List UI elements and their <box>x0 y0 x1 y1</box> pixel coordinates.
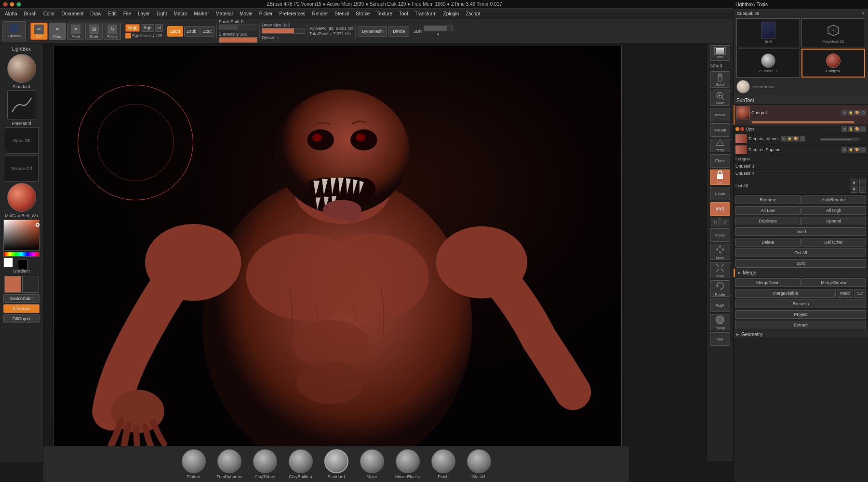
ojos-eye-icon[interactable]: 👁 <box>841 126 847 132</box>
pinch-thumb[interactable] <box>431 449 455 473</box>
insert-btn[interactable]: Insert <box>735 227 866 236</box>
mergesimilar-btn[interactable]: MergeSimilar <box>801 278 867 287</box>
subtool-item-dientas-sup[interactable]: Dientas_Superior 👁 🔒 🎨 ⬡ <box>734 144 868 156</box>
subtool-item-lengua[interactable]: Lengua <box>734 156 868 163</box>
bnb-tool-cell[interactable]: BnB <box>736 18 800 47</box>
cuerpo1-tool-cell[interactable]: Cuerpo1 <box>801 49 865 78</box>
xyz-btn[interactable]: XYZ <box>710 202 730 216</box>
brush-flatten[interactable]: Flatten <box>177 449 210 479</box>
menu-file[interactable]: File <box>120 10 134 17</box>
menu-stencil[interactable]: Stencil <box>332 10 352 17</box>
draw-btn[interactable]: ✒ Draw <box>49 23 66 40</box>
lightbox-btn[interactable]: LightBox <box>2 21 26 41</box>
brush-pinch[interactable]: Pinch <box>427 449 460 479</box>
foreground-color[interactable] <box>3 258 13 267</box>
menu-transform[interactable]: Transform <box>412 10 439 17</box>
menu-color[interactable]: Color <box>40 10 58 17</box>
menu-marker[interactable]: Marker <box>191 10 212 17</box>
lightbox-label[interactable]: LightBox <box>2 45 41 52</box>
menu-picker[interactable]: Picker <box>256 10 276 17</box>
append-btn[interactable]: Append <box>801 217 867 225</box>
brush-move-elastic[interactable]: Move Elastic <box>391 449 424 479</box>
cuerpo1-intensity-bar[interactable] <box>751 121 855 124</box>
subtool-item-unused4[interactable]: Unused 4 <box>734 170 868 177</box>
menu-tool[interactable]: Tool <box>396 10 411 17</box>
texture-slot[interactable]: Texture Off <box>5 155 39 182</box>
bnb-btn[interactable]: BnB <box>710 45 730 61</box>
list-down-btn[interactable]: ▼ <box>851 186 857 193</box>
eye-icon-sm[interactable]: 👁 <box>841 110 847 116</box>
edit-btn[interactable]: ✏ Edit <box>30 23 48 40</box>
rotate2-icon-sm[interactable]: ↺ <box>721 218 729 226</box>
weld-btn[interactable]: Weld <box>837 289 853 298</box>
focal-shift-slider[interactable] <box>219 25 257 30</box>
claybuildup-thumb[interactable] <box>289 449 313 473</box>
min-btn[interactable] <box>10 2 14 7</box>
viewport[interactable] <box>53 46 622 450</box>
zcut-btn[interactable]: Zcut <box>200 26 215 37</box>
claytubes-thumb[interactable] <box>253 449 277 473</box>
draw-size-slider[interactable] <box>262 28 305 34</box>
moveelastic-thumb[interactable] <box>396 449 420 473</box>
persp-btn[interactable]: Persp <box>710 139 730 152</box>
aahalf-btn[interactable]: AAHalf <box>710 123 730 137</box>
move-thumb[interactable] <box>360 449 384 473</box>
menu-texture[interactable]: Texture <box>374 10 395 17</box>
project-btn[interactable]: Project <box>735 310 866 319</box>
matcap-preview[interactable] <box>7 183 36 212</box>
rotate-icon-sm[interactable]: ↻ <box>711 218 720 226</box>
lgym-btn[interactable]: L.Gym <box>710 187 730 200</box>
menu-layer[interactable]: Layer <box>135 10 153 17</box>
dientas-inf-bar[interactable] <box>820 138 859 141</box>
zsphere-tool-cell[interactable]: ZSphere_2 <box>736 49 800 78</box>
menu-macro[interactable]: Macro <box>171 10 190 17</box>
simplebrush-thumb[interactable] <box>736 80 750 93</box>
z-intensity-slider[interactable] <box>219 37 257 43</box>
menu-document[interactable]: Document <box>59 10 87 17</box>
ojos-lock-icon[interactable]: 🔒 <box>848 126 854 132</box>
brush-move[interactable]: Move <box>356 449 388 479</box>
autoreorder-btn[interactable]: AutoReorder <box>801 195 867 204</box>
rename-btn[interactable]: Rename <box>735 195 801 204</box>
lock-icon-sm[interactable]: 🔒 <box>848 110 854 116</box>
rgb-btn[interactable]: Rgb <box>141 24 154 32</box>
subtool-item-cuerpo1[interactable]: Cuerpo1 👁 🔒 🎨 ⬡ <box>734 105 868 125</box>
brush-slash3[interactable]: Slash3 <box>463 449 495 479</box>
allhigh-btn[interactable]: All High <box>801 206 867 215</box>
subtool-item-unused3[interactable]: Unused 3 <box>734 163 868 170</box>
ojos-mesh-icon[interactable]: ⬡ <box>860 126 866 132</box>
brush-standard[interactable]: Standard <box>320 449 353 479</box>
mergevisible-btn[interactable]: MergeVisible <box>735 289 836 298</box>
solo-btn[interactable]: Solo <box>710 332 730 346</box>
split-btn[interactable]: Split <box>735 259 866 268</box>
alpha-slot[interactable]: Alpha Off <box>5 127 39 154</box>
ojos-color-icon[interactable]: 🎨 <box>854 126 860 132</box>
actual-btn[interactable]: Actual <box>710 108 730 121</box>
move-tool-btn[interactable]: Move <box>710 244 730 260</box>
list-all-label[interactable]: List All <box>735 183 849 188</box>
color-picker-dot[interactable] <box>36 223 40 227</box>
max-btn[interactable] <box>16 2 21 7</box>
polyf-btn[interactable]: PolyF <box>710 299 730 312</box>
menu-draw[interactable]: Draw <box>87 10 104 17</box>
subtool-item-dientas-inf[interactable]: Dientas_Inferior 👁 🔒 🎨 ⬡ <box>734 133 868 144</box>
m-btn[interactable]: M <box>155 24 163 32</box>
del-all-btn[interactable]: Del All <box>735 248 866 257</box>
close-btn[interactable] <box>3 2 8 7</box>
alllow-btn[interactable]: All Low <box>735 206 801 215</box>
fill-object-btn[interactable]: FillObject <box>3 314 40 323</box>
flatten-thumb[interactable] <box>182 449 206 473</box>
mesh-icon-sm[interactable]: ⬡ <box>860 110 866 116</box>
menu-alpha[interactable]: Alpha <box>2 10 20 17</box>
menu-brush[interactable]: Brush <box>21 10 40 17</box>
mrgb-btn[interactable]: Mrgb <box>125 24 140 32</box>
trimdynamic-thumb[interactable] <box>217 449 241 473</box>
window-controls[interactable] <box>3 2 21 7</box>
color-hue-bar[interactable] <box>3 252 40 257</box>
uv-btn[interactable]: Uv <box>854 289 866 298</box>
color-picker[interactable] <box>3 220 40 267</box>
brush-claytubes[interactable]: ClayTubes <box>249 449 281 479</box>
delete-btn[interactable]: Delete <box>735 238 801 247</box>
zsub-btn[interactable]: Zsub <box>184 26 200 37</box>
subtool-item-ojos[interactable]: Ojos 👁 🔒 🎨 ⬡ <box>734 125 868 133</box>
